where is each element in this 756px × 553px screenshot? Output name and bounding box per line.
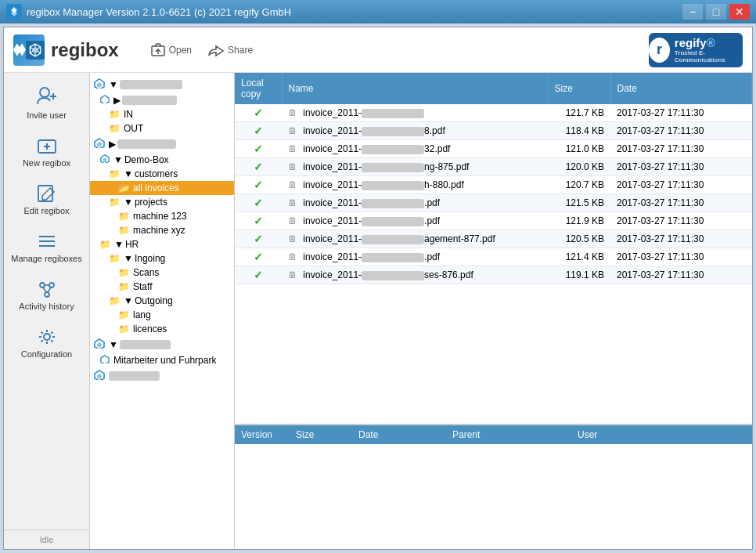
sidebar-item-activity-history[interactable]: Activity history (4, 273, 89, 317)
svg-marker-34 (97, 142, 102, 147)
sidebar-item-edit-regibox[interactable]: Edit regibox (4, 177, 89, 222)
table-row[interactable]: ✓ 🗎 invoice_2011- 121.7 KB 2017-03-27 17… (235, 104, 752, 122)
file-name-cell: 🗎 invoice_2011- 8.pdf (282, 122, 548, 140)
tree-item-in[interactable]: 📁 IN (90, 107, 234, 121)
tree-item-root4[interactable] (90, 367, 234, 384)
tree-item-machinexyz[interactable]: 📁 machine xyz (90, 223, 234, 237)
file-date-cell: 2017-03-27 17:11:30 (610, 176, 752, 194)
folder-icon-machinexyz: 📁 (118, 225, 130, 236)
share-button[interactable]: Share (207, 43, 253, 57)
tree-item-out[interactable]: 📁 OUT (90, 121, 234, 136)
sidebar-item-manage-regiboxes[interactable]: Manage regiboxes (4, 225, 89, 269)
manage-regiboxes-label: Manage regiboxes (11, 254, 82, 263)
file-size-cell: 120.0 KB (548, 158, 610, 176)
file-name-blurred (362, 199, 424, 208)
regibox-sub-icon (99, 94, 110, 106)
close-button[interactable]: ✕ (729, 4, 750, 20)
regify-logo: r regify® Trusted E-Communications (649, 33, 743, 67)
tree-item-machine123[interactable]: 📁 machine 123 (90, 209, 234, 223)
tree-item-demo-box[interactable]: ▼ Demo-Box (90, 152, 234, 167)
tree-item-staff[interactable]: 📁 Staff (90, 280, 234, 294)
expand-icon-demo: ▼ (113, 154, 123, 165)
file-table-body: ✓ 🗎 invoice_2011- 121.7 KB 2017-03-27 17… (235, 104, 752, 284)
sidebar-item-invite-user[interactable]: Invite user (4, 79, 89, 126)
table-row[interactable]: ✓ 🗎 invoice_2011- ng-875.pdf 120.0 KB 20… (235, 158, 752, 176)
activity-history-label: Activity history (19, 302, 74, 311)
svg-point-25 (45, 292, 49, 297)
table-row[interactable]: ✓ 🗎 invoice_2011- .pdf 121.5 KB 2017-03-… (235, 194, 752, 212)
tree-item-mitarbeiter[interactable]: Mitarbeiter und Fuhrpark (90, 352, 234, 367)
file-name-suffix: .pdf (424, 251, 440, 262)
tree-item-licences[interactable]: 📁 licences (90, 322, 234, 336)
table-row[interactable]: ✓ 🗎 invoice_2011- agement-877.pdf 120.5 … (235, 230, 752, 248)
table-row[interactable]: ✓ 🗎 invoice_2011- 32.pdf 121.0 KB 2017-0… (235, 140, 752, 158)
file-doc-icon: 🗎 (288, 179, 297, 190)
svg-point-23 (40, 283, 45, 287)
tree-item-root3[interactable]: ▼ (90, 336, 234, 352)
sidebar-item-configuration[interactable]: Configuration (4, 320, 89, 365)
tree-item-root1[interactable]: ▼ (90, 76, 234, 92)
file-name-suffix: agement-877.pdf (424, 233, 495, 244)
tree-label-root4 (109, 371, 160, 381)
table-row[interactable]: ✓ 🗎 invoice_2011- .pdf 121.4 KB 2017-03-… (235, 248, 752, 266)
file-name-suffix: ses-876.pdf (424, 269, 473, 280)
expand-icon-root1: ▼ (109, 79, 118, 90)
tree-label-licences: licences (133, 323, 167, 334)
open-icon (150, 43, 166, 57)
invite-user-icon (36, 85, 58, 110)
new-regibox-icon (36, 136, 58, 158)
file-name-suffix: .pdf (424, 215, 440, 226)
file-name-cell: 🗎 invoice_2011- ng-875.pdf (282, 158, 548, 176)
col-name: Name (282, 73, 548, 104)
tree-item-lang[interactable]: 📁 lang (90, 308, 234, 322)
tree-item-root1-sub[interactable]: ▶ (90, 92, 234, 107)
file-name-prefix: invoice_2011- (303, 179, 362, 190)
tree-label-demo-box: Demo-Box (124, 154, 169, 165)
file-date-cell: 2017-03-27 17:11:30 (610, 194, 752, 212)
status-text: Idle (40, 535, 54, 544)
local-copy-cell: ✓ (235, 104, 282, 122)
minimize-button[interactable]: − (682, 4, 703, 20)
tree-item-projects[interactable]: 📁 ▼ projects (90, 195, 234, 209)
file-name-prefix: invoice_2011- (303, 233, 362, 244)
col-date: Date (610, 73, 752, 104)
table-row[interactable]: ✓ 🗎 invoice_2011- h-880.pdf 120.7 KB 201… (235, 176, 752, 194)
folder-icon-customers: 📁 (109, 168, 121, 179)
table-row[interactable]: ✓ 🗎 invoice_2011- .pdf 121.9 KB 2017-03-… (235, 212, 752, 230)
file-size-cell: 120.5 KB (548, 230, 610, 248)
sidebar: Invite user New regibox (4, 73, 90, 549)
tree-item-root2[interactable]: ▶ (90, 136, 234, 152)
expand-icon-ingoing: ▼ (124, 253, 133, 264)
file-name-prefix: invoice_2011- (303, 251, 362, 262)
tree-item-outgoing[interactable]: 📁 ▼ Outgoing (90, 294, 234, 308)
check-icon: ✓ (254, 197, 263, 209)
version-table: Version Size Date Parent User (235, 425, 752, 444)
regibox-icon-root3 (93, 338, 106, 351)
svg-line-28 (48, 287, 51, 292)
tree-label-machinexyz: machine xyz (133, 225, 185, 236)
local-copy-cell: ✓ (235, 194, 282, 212)
maximize-button[interactable]: □ (706, 4, 726, 20)
open-button[interactable]: Open (150, 43, 192, 57)
file-name-prefix: invoice_2011- (303, 143, 362, 154)
tree-item-hr[interactable]: 📁 ▼ HR (90, 237, 234, 251)
file-name-cell: 🗎 invoice_2011- .pdf (282, 212, 548, 230)
file-date-cell: 2017-03-27 17:11:30 (610, 266, 752, 284)
tree-item-scans[interactable]: 📁 Scans (90, 266, 234, 280)
svg-line-27 (43, 287, 46, 292)
svg-marker-39 (101, 356, 109, 363)
table-row[interactable]: ✓ 🗎 invoice_2011- ses-876.pdf 119.1 KB 2… (235, 266, 752, 284)
file-tree-panel: ▼ ▶ 📁 IN 📁 OUT (90, 73, 235, 549)
sidebar-item-new-regibox[interactable]: New regibox (4, 129, 89, 174)
tree-label-machine123: machine 123 (133, 211, 187, 222)
tree-item-all-invoices[interactable]: 📂 all invoices (90, 181, 234, 195)
main-window: regibox Open Share r regify® (3, 27, 753, 550)
tree-item-ingoing[interactable]: 📁 ▼ Ingoing (90, 251, 234, 266)
app-icon (6, 4, 22, 20)
local-copy-cell: ✓ (235, 122, 282, 140)
tree-item-customers[interactable]: 📁 ▼ customers (90, 167, 234, 181)
folder-icon-outgoing: 📁 (109, 295, 121, 306)
check-icon: ✓ (254, 125, 263, 137)
local-copy-cell: ✓ (235, 140, 282, 158)
table-row[interactable]: ✓ 🗎 invoice_2011- 8.pdf 118.4 KB 2017-03… (235, 122, 752, 140)
